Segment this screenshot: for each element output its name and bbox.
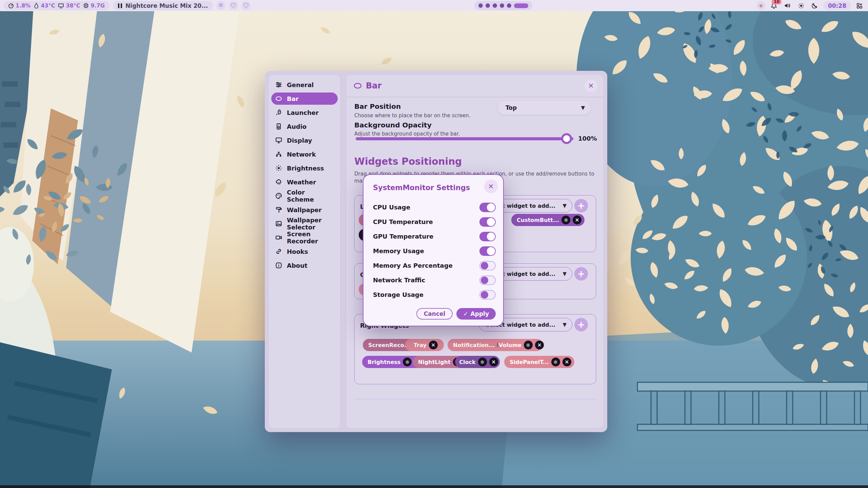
apply-button[interactable]: ✓Apply xyxy=(456,308,496,320)
memory-as-percentage-toggle[interactable] xyxy=(479,261,496,270)
clock[interactable]: 00:28 xyxy=(823,1,851,10)
right-add-widget-button[interactable]: + xyxy=(574,318,588,331)
sidebar-item-wallpaper[interactable]: Wallpaper xyxy=(271,204,338,216)
sidebar-item-label: Brightness xyxy=(287,165,324,172)
toggle-label: Memory Usage xyxy=(373,247,424,255)
memory-usage-toggle[interactable] xyxy=(479,246,496,256)
bar-position-label: Bar Position xyxy=(354,102,401,110)
widgets-positioning-title: Widgets Positioning xyxy=(354,156,462,167)
tray-app-button[interactable] xyxy=(756,1,766,10)
widget-chip[interactable]: SidePanelT... × xyxy=(504,356,574,368)
sidebar-item-wallpaper-selector[interactable]: Wallpaper Selector xyxy=(271,218,338,230)
favorite-button-1[interactable] xyxy=(229,1,238,10)
cpu-temperature-toggle[interactable] xyxy=(479,217,496,227)
sidebar-item-hooks[interactable]: Hooks xyxy=(271,245,338,258)
sidebar-item-label: Launcher xyxy=(287,109,319,116)
gpu-temperature-toggle[interactable] xyxy=(479,232,496,241)
workspace-dot[interactable] xyxy=(500,3,504,8)
sidebar-item-network[interactable]: Network xyxy=(271,148,338,160)
left-add-widget-button[interactable]: + xyxy=(574,199,588,212)
widget-chip-label: Brightness xyxy=(365,359,400,365)
workspace-active-dot[interactable] xyxy=(514,3,528,8)
flame-icon xyxy=(34,3,39,9)
cpu-usage-stat: 1.8% xyxy=(8,2,31,9)
info-icon xyxy=(275,262,282,269)
image-icon xyxy=(275,220,282,227)
notifications-button[interactable]: 10 xyxy=(769,1,779,10)
divider xyxy=(354,399,596,399)
widget-chip-label: NightLight xyxy=(416,359,451,365)
cancel-button[interactable]: Cancel xyxy=(416,308,453,320)
slider-handle[interactable] xyxy=(561,133,572,144)
widget-settings-button[interactable] xyxy=(551,358,560,366)
toggle-row-network-traffic: Network Traffic xyxy=(363,273,503,287)
gpu-temp-stat: 38°C xyxy=(58,2,80,9)
widget-remove-button[interactable]: × xyxy=(535,341,544,349)
network-traffic-toggle[interactable] xyxy=(479,276,496,285)
sidebar-item-screen-recorder[interactable]: Screen Recorder xyxy=(271,231,338,244)
media-player-pill[interactable]: Nightcore Music Mix 20... xyxy=(113,1,213,10)
widget-remove-button[interactable]: × xyxy=(429,341,438,349)
sidebar-item-label: Hooks xyxy=(287,248,308,255)
sidebar-item-display[interactable]: Display xyxy=(271,134,338,146)
toggle-label: CPU Temperature xyxy=(373,218,433,225)
sliders-icon xyxy=(275,81,282,88)
sidebar-item-color-scheme[interactable]: Color Scheme xyxy=(271,190,338,202)
widget-chip[interactable]: CustomButt... × xyxy=(511,214,585,226)
sidebar-item-label: Bar xyxy=(287,95,299,102)
volume-button[interactable] xyxy=(783,1,793,10)
paint-roller-icon xyxy=(275,206,282,213)
sidebar-item-bar[interactable]: Bar xyxy=(271,93,338,105)
slider-track[interactable] xyxy=(356,137,573,140)
gear-icon xyxy=(405,360,410,365)
bar-position-select[interactable]: Top ▼ xyxy=(497,101,591,115)
skull-button[interactable] xyxy=(216,1,225,10)
sun-icon xyxy=(798,3,804,9)
workspace-dot[interactable] xyxy=(478,3,483,8)
widget-remove-button[interactable]: × xyxy=(563,358,571,366)
grid-plus-icon xyxy=(856,3,863,9)
widget-settings-button[interactable] xyxy=(478,358,487,366)
sidebar-item-audio[interactable]: Audio xyxy=(271,120,338,133)
sidebar-item-general[interactable]: General xyxy=(271,79,338,91)
moon-off-icon xyxy=(812,3,818,9)
cloud-icon xyxy=(275,179,282,185)
sidebar-item-launcher[interactable]: Launcher xyxy=(271,106,338,119)
workspace-dot[interactable] xyxy=(507,3,511,8)
night-light-button[interactable] xyxy=(810,1,820,10)
sidebar-item-brightness[interactable]: Brightness xyxy=(271,162,338,174)
widget-chip[interactable]: Tray × xyxy=(405,339,444,351)
favorite-button-2[interactable] xyxy=(241,1,251,10)
workspace-dot[interactable] xyxy=(493,3,497,8)
widget-remove-button[interactable]: × xyxy=(489,358,498,366)
dashboard-button[interactable] xyxy=(854,1,865,10)
toggle-label: Memory As Percentage xyxy=(373,262,453,269)
cpu-usage-toggle[interactable] xyxy=(479,203,496,212)
settings-sidebar: General Bar Launcher Audio Display Netwo… xyxy=(268,74,341,429)
widget-remove-button[interactable]: × xyxy=(573,216,581,224)
toggle-label: CPU Usage xyxy=(373,204,410,211)
bar-position-value: Top xyxy=(506,104,517,111)
top-bar: 1.8% 43°C 38°C 9.7G Nightcore Music Mix … xyxy=(0,0,868,11)
sidebar-item-weather[interactable]: Weather xyxy=(271,176,338,188)
sidebar-item-label: About xyxy=(287,262,308,269)
widget-chip[interactable]: Volume × xyxy=(497,339,543,351)
widget-settings-button[interactable] xyxy=(403,358,412,366)
widget-chip[interactable]: Clock × xyxy=(455,356,500,368)
widget-chip-label: ScreenReco... xyxy=(366,342,410,348)
system-stats-pill[interactable]: 1.8% 43°C 38°C 9.7G xyxy=(3,1,110,10)
page-title: Bar xyxy=(354,81,381,90)
center-add-widget-button[interactable]: + xyxy=(574,267,588,281)
widget-settings-button[interactable] xyxy=(561,216,570,224)
dialog-close-button[interactable]: ✕ xyxy=(484,180,498,193)
workspaces-indicator[interactable] xyxy=(474,1,532,10)
background-opacity-slider[interactable] xyxy=(356,133,573,144)
palette-icon xyxy=(275,192,282,199)
gauge-icon xyxy=(8,3,14,8)
workspace-dot[interactable] xyxy=(486,3,490,8)
storage-usage-toggle[interactable] xyxy=(479,290,496,300)
window-close-button[interactable]: ✕ xyxy=(585,79,597,92)
widget-settings-button[interactable] xyxy=(524,341,533,349)
brightness-button[interactable] xyxy=(796,1,806,10)
sidebar-item-about[interactable]: About xyxy=(271,259,338,271)
